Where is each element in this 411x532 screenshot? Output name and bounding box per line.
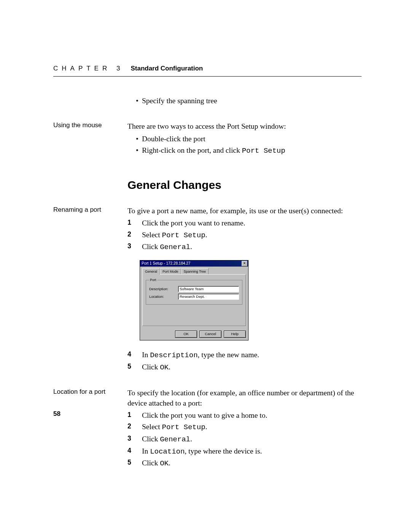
port-setup-dialog-screenshot: Port 1 Setup - 172.28.184.27 × General P… [140, 260, 249, 340]
tab-general[interactable]: General [142, 268, 160, 275]
rename-intro: To give a port a new name, for example, … [127, 206, 362, 216]
rename-step-3: 3Click General. [127, 242, 362, 252]
description-input[interactable]: Software Team [178, 286, 239, 292]
margin-note-mouse: Using the mouse [53, 121, 127, 158]
margin-note-location: Location for a port [53, 388, 127, 471]
rename-step-2: 2Select Port Setup. [127, 230, 362, 241]
section-heading: General Changes [127, 177, 362, 193]
location-step-1: 1Click the port you want to give a home … [127, 411, 362, 420]
chapter-title: Standard Configuration [131, 65, 203, 72]
ok-button[interactable]: OK [175, 331, 197, 338]
location-input[interactable]: Research Dept. [178, 294, 239, 300]
page-number: 58 [53, 410, 61, 418]
rename-step-4: 4In Description, type the new name. [127, 350, 362, 361]
cancel-button[interactable]: Cancel [199, 331, 221, 338]
chapter-label: CHAPTER 3 [53, 65, 124, 72]
description-label: Description: [149, 287, 176, 292]
location-step-3: 3Click General. [127, 434, 362, 445]
dialog-title-text: Port 1 Setup - 172.28.184.27 [142, 261, 190, 266]
rename-step-1: 1Click the port you want to rename. [127, 218, 362, 228]
dialog-titlebar: Port 1 Setup - 172.28.184.27 × [140, 260, 248, 267]
mouse-bullet-2: Right-click on the port, and click Port … [136, 145, 362, 156]
location-step-5: 5Click OK. [127, 458, 362, 469]
margin-note-empty [53, 94, 127, 108]
location-step-2: 2Select Port Setup. [127, 422, 362, 433]
mouse-bullet-1: Double-click the port [136, 134, 362, 144]
tab-port-mode[interactable]: Port Mode [160, 268, 181, 275]
location-step-4: 4In Location, type where the device is. [127, 446, 362, 457]
location-intro: To specify the location (for example, an… [127, 388, 362, 408]
tab-spanning-tree[interactable]: Spanning Tree [181, 268, 209, 275]
close-icon[interactable]: × [242, 261, 247, 266]
intro-bullet: Specify the spanning tree [136, 96, 362, 106]
rename-step-5: 5Click OK. [127, 362, 362, 373]
location-label: Location: [149, 294, 176, 299]
page-header: CHAPTER 3 Standard Configuration [53, 65, 362, 77]
margin-note-rename: Renaming a port [53, 206, 127, 375]
port-setup-code: Port Setup [242, 147, 285, 155]
mouse-intro: There are two ways to access the Port Se… [127, 121, 362, 131]
port-group-label: Port [149, 278, 157, 282]
help-button[interactable]: Help [224, 331, 246, 338]
